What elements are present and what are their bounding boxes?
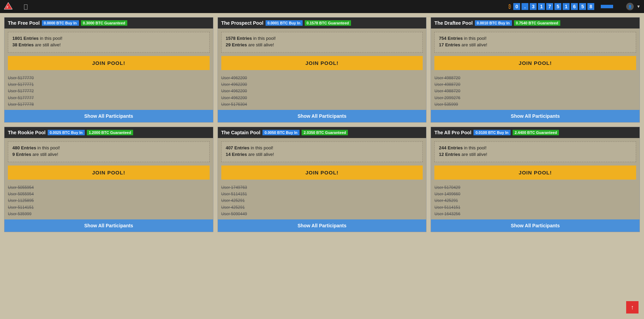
pool-guaranteed-badge-prospect: 0.1578 BTC Guaranteed [305,20,351,26]
show-all-button-draftee[interactable]: Show All Participants [431,110,640,122]
pool-entries-total-prospect: 1578 Entries in this pool! [226,36,419,41]
participants-list-captain: User 1749763User 5114151User 425291User … [218,183,426,219]
pool-header-allpro: The All Pro Pool 0.0100 BTC Buy In 2.440… [431,127,640,138]
list-item: User 5114151 [221,191,423,197]
pool-buyin-badge-prospect: 0.0001 BTC Buy In [266,20,303,26]
list-item: User 425291 [221,197,423,204]
list-item: User 5177777 [8,95,210,101]
ticker-d4: 7 [546,3,553,10]
participants-list-free: User 5177770User 5177771User 5177772User… [4,73,213,110]
list-item: User 4988720 [434,81,636,88]
pool-entries-total-draftee: 754 Entries in this pool! [439,36,632,41]
pool-entries-alive-rookie: 9 Entries are still alive! [12,152,205,157]
pool-header-rookie: The Rookie Pool 0.0025 BTC Buy In 1.2000… [4,127,213,138]
pool-stats-free: 1801 Entries in this pool! 38 Entries ar… [8,32,210,53]
pool-entries-total-free: 1801 Entries in this pool! [12,36,205,41]
ticker-d7: 6 [571,3,578,10]
list-item: User 4962200 [221,95,423,101]
list-item: User 5170429 [434,184,636,191]
join-pool-button-captain[interactable]: JOIN POOL! [221,166,423,180]
list-item: User 5177770 [8,75,210,81]
list-item: User 5090449 [221,211,423,217]
main-content: The Free Pool 0.0000 BTC Buy In 0.3000 B… [0,13,644,236]
pool-stats-allpro: 244 Entries in this pool! 12 Entries are… [434,141,636,162]
pool-guaranteed-badge-free: 0.3000 BTC Guaranteed [81,20,128,26]
join-pool-button-free[interactable]: JOIN POOL! [8,56,210,70]
list-item: User 1125895 [8,197,210,204]
logo[interactable]: // [3,2,14,11]
ticker-d0: 0 [513,3,520,10]
list-item: User 1749763 [221,184,423,191]
join-pool-button-prospect[interactable]: JOIN POOL! [221,56,423,70]
show-all-button-captain[interactable]: Show All Participants [218,219,426,232]
join-pool-button-rookie[interactable]: JOIN POOL! [8,166,210,180]
ticker-d5: 5 [554,3,561,10]
pool-card-rookie: The Rookie Pool 0.0025 BTC Buy In 1.2000… [4,127,213,232]
list-item: User 4988720 [434,75,636,81]
pool-title-rookie: The Rookie Pool [8,130,46,135]
list-item: User 5177772 [8,88,210,94]
list-item: User 4962200 [221,81,423,88]
participants-list-draftee: User 4988720User 4988720User 4988720User… [431,73,640,110]
pool-stats-prospect: 1578 Entries in this pool! 29 Entries ar… [221,32,423,53]
pool-entries-total-rookie: 480 Entries in this pool! [12,145,205,150]
pool-title-free: The Free Pool [8,20,40,26]
pool-buyin-badge-free: 0.0000 BTC Buy In [42,20,79,26]
pool-entries-alive-draftee: 17 Entries are still alive! [439,42,632,47]
pool-header-captain: The Captain Pool 0.0050 BTC Buy In 2.035… [218,127,426,138]
ticker-d2: 3 [530,3,537,10]
show-all-button-allpro[interactable]: Show All Participants [431,219,640,232]
nav-sportsbook[interactable] [21,4,30,9]
pool-buyin-badge-captain: 0.0050 BTC Buy In [262,130,300,135]
list-item: User 1499660 [434,191,636,197]
pool-title-captain: The Captain Pool [221,130,260,135]
list-item: User 1643256 [434,211,636,217]
ticker-d1: . [522,3,528,10]
btc-ticker: ₿ 0 . 3 1 7 5 1 6 5 8 [508,3,595,10]
ticker-d3: 1 [538,3,545,10]
pool-stats-draftee: 754 Entries in this pool! 17 Entries are… [434,32,636,53]
list-item: User 5055954 [8,184,210,191]
pool-stats-rookie: 480 Entries in this pool! 9 Entries are … [8,141,210,162]
pool-entries-alive-allpro: 12 Entries are still alive! [439,152,632,157]
join-pool-button-draftee[interactable]: JOIN POOL! [434,56,636,70]
pool-guaranteed-badge-allpro: 2.4400 BTC Guaranteed [513,130,559,135]
show-all-button-free[interactable]: Show All Participants [4,110,213,122]
user-chevron-icon: ▼ [636,4,641,9]
participants-list-prospect: User 4962200User 4962200User 4962200User… [218,73,426,110]
list-item: User 5114151 [434,204,636,211]
user-info[interactable]: 👤 ▼ [626,3,641,10]
pool-card-allpro: The All Pro Pool 0.0100 BTC Buy In 2.440… [431,127,640,232]
pools-grid: The Free Pool 0.0000 BTC Buy In 0.3000 B… [4,17,640,232]
pool-header-free: The Free Pool 0.0000 BTC Buy In 0.3000 B… [4,18,213,29]
new-badge [24,4,27,10]
pool-card-prospect: The Prospect Pool 0.0001 BTC Buy In 0.15… [218,17,427,123]
show-all-button-prospect[interactable]: Show All Participants [218,110,426,122]
pool-buyin-badge-rookie: 0.0025 BTC Buy In [48,130,85,135]
pool-entries-alive-prospect: 29 Entries are still alive! [226,42,419,47]
navbar: // ₿ 0 . 3 1 7 5 1 6 5 8 👤 ▼ [0,0,644,13]
list-item: User 5114151 [8,204,210,211]
pool-title-allpro: The All Pro Pool [434,130,471,135]
pool-header-draftee: The Draftee Pool 0.0010 BTC Buy In 0.754… [431,18,640,29]
list-item: User 5177778 [8,101,210,108]
logo-icon: // [3,2,13,11]
participants-list-allpro: User 5170429User 1499660User 425291User … [431,183,640,219]
participants-list-rookie: User 5055954User 5055954User 1125895User… [4,183,213,219]
scroll-top-button[interactable]: ↑ [626,301,639,314]
deposit-button[interactable] [601,5,613,8]
show-all-button-rookie[interactable]: Show All Participants [4,219,213,232]
pool-card-free: The Free Pool 0.0000 BTC Buy In 0.3000 B… [4,17,213,123]
btc-icon: ₿ [508,3,511,10]
list-item: User 425291 [434,197,636,204]
list-item: User 535999 [8,211,210,217]
list-item: User 5177771 [8,81,210,88]
pool-stats-captain: 407 Entries in this pool! 14 Entries are… [221,141,423,162]
pool-card-draftee: The Draftee Pool 0.0010 BTC Buy In 0.754… [431,17,640,123]
pool-header-prospect: The Prospect Pool 0.0001 BTC Buy In 0.15… [218,18,426,29]
pool-guaranteed-badge-captain: 2.0350 BTC Guaranteed [302,130,348,135]
join-pool-button-allpro[interactable]: JOIN POOL! [434,166,636,180]
list-item: User 4988720 [434,88,636,94]
pool-guaranteed-badge-draftee: 0.7540 BTC Guaranteed [514,20,561,26]
ticker-d6: 1 [563,3,570,10]
